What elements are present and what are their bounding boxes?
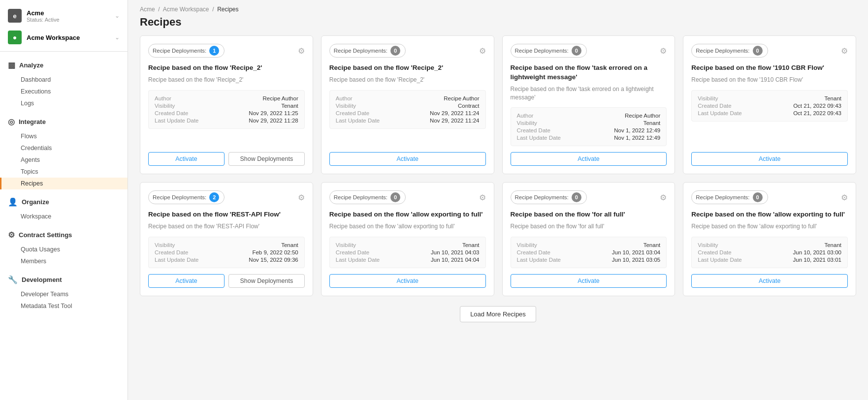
meta-label-author: Author: [336, 95, 353, 101]
card-meta: Author Recipe Author Visibility Tenant C…: [148, 90, 305, 129]
meta-value-created: Jun 10, 2021 03:04: [612, 249, 660, 255]
deployment-count: 0: [572, 46, 581, 56]
meta-label-author: Author: [517, 113, 534, 119]
sidebar-group-contract-title[interactable]: ⚙ Contract Settings: [0, 226, 128, 244]
sidebar-item-dashboard[interactable]: Dashboard: [0, 74, 128, 86]
meta-value-visibility: Tenant: [643, 120, 661, 126]
activate-button[interactable]: Activate: [691, 274, 848, 288]
gear-icon[interactable]: ⚙: [660, 46, 667, 56]
meta-value-updated: Nov 29, 2022 11:28: [249, 118, 298, 123]
deployment-badge: Recipe Deployments: 2: [148, 190, 225, 204]
card-title: Recipe based on the flow 'Recipe_2': [148, 63, 305, 73]
gear-icon[interactable]: ⚙: [841, 46, 848, 56]
sidebar-item-agents[interactable]: Agents: [0, 154, 128, 166]
activate-button[interactable]: Activate: [511, 152, 667, 166]
show-deployments-button[interactable]: Show Deployments: [228, 152, 305, 166]
meta-value-created: Feb 9, 2022 02:50: [252, 249, 298, 255]
workspace-info: ● Acme Workspace: [8, 31, 80, 44]
sidebar-item-workspace[interactable]: Workspace: [0, 211, 128, 222]
sidebar-item-developer-teams[interactable]: Developer Teams: [0, 288, 128, 300]
sidebar-item-flows[interactable]: Flows: [0, 130, 128, 142]
card-meta: Author Recipe Author Visibility Contract…: [329, 90, 486, 129]
meta-label-visibility: Visibility: [517, 120, 537, 126]
meta-label-author: Author: [155, 95, 171, 101]
recipe-card-1: Recipe Deployments: 0 ⚙ Recipe based on …: [321, 35, 494, 174]
card-actions: Activate: [511, 152, 667, 166]
recipe-deployments-label: Recipe Deployments:: [515, 48, 569, 54]
card-actions: Activate Show Deployments: [148, 274, 305, 288]
load-more-button[interactable]: Load More Recipes: [460, 306, 536, 322]
sidebar-group-development-title[interactable]: 🔧 Development: [0, 271, 128, 288]
gear-icon[interactable]: ⚙: [479, 46, 486, 56]
page-title: Recipes: [128, 13, 868, 35]
activate-button[interactable]: Activate: [691, 152, 848, 166]
meta-value-created: Nov 29, 2022 11:24: [430, 110, 479, 116]
meta-value-author: Recipe Author: [263, 95, 298, 101]
workspace-name: Acme Workspace: [27, 34, 80, 41]
card-header: Recipe Deployments: 2 ⚙: [148, 190, 305, 204]
integrate-icon: ◎: [8, 117, 15, 126]
card-title: Recipe based on the flow 'task errored o…: [511, 63, 667, 82]
org-status: Status: Active: [27, 17, 60, 23]
deployment-count: 1: [209, 46, 219, 56]
chevron-down-icon: ⌄: [115, 34, 120, 41]
recipe-card-2: Recipe Deployments: 0 ⚙ Recipe based on …: [502, 35, 675, 174]
gear-icon[interactable]: ⚙: [479, 193, 486, 202]
sidebar-group-integrate-title[interactable]: ◎ Integrate: [0, 113, 128, 130]
sidebar-top: e Acme Status: Active ⌄ ● Acme Workspace…: [0, 0, 128, 52]
recipe-card-7: Recipe Deployments: 0 ⚙ Recipe based on …: [683, 182, 856, 296]
gear-icon[interactable]: ⚙: [660, 193, 667, 202]
meta-value-visibility: Tenant: [824, 95, 841, 101]
card-actions: Activate: [511, 274, 667, 288]
breadcrumb-workspace[interactable]: Acme Workspace: [163, 6, 209, 13]
activate-button[interactable]: Activate: [148, 152, 225, 166]
gear-icon[interactable]: ⚙: [298, 193, 305, 202]
meta-value-created: Jun 10, 2021 04:03: [431, 249, 479, 255]
contract-icon: ⚙: [8, 230, 15, 240]
main-content: Acme / Acme Workspace / Recipes Recipes …: [128, 0, 868, 400]
activate-button[interactable]: Activate: [148, 274, 225, 288]
card-description: Recipe based on the flow 'allow exportin…: [691, 222, 848, 231]
sidebar-item-recipes[interactable]: Recipes: [0, 178, 128, 189]
sidebar-item-logs[interactable]: Logs: [0, 97, 128, 109]
sidebar-item-quota[interactable]: Quota Usages: [0, 244, 128, 255]
organize-label: Organize: [22, 198, 49, 206]
meta-label-visibility: Visibility: [155, 242, 175, 248]
sidebar-group-organize-title[interactable]: 👤 Organize: [0, 193, 128, 211]
workspace-selector[interactable]: ● Acme Workspace ⌄: [8, 27, 120, 46]
sidebar-item-members[interactable]: Members: [0, 255, 128, 267]
development-icon: 🔧: [8, 275, 18, 284]
meta-label-visibility: Visibility: [336, 103, 356, 109]
meta-value-visibility: Tenant: [281, 103, 298, 109]
activate-button[interactable]: Activate: [329, 152, 486, 166]
sidebar-group-contract: ⚙ Contract Settings Quota Usages Members: [0, 224, 128, 269]
meta-label-created: Created Date: [336, 110, 369, 116]
meta-value-updated: Oct 21, 2022 09:43: [793, 110, 841, 116]
recipe-deployments-label: Recipe Deployments:: [334, 48, 387, 54]
meta-value-visibility: Tenant: [824, 242, 841, 248]
card-actions: Activate: [691, 152, 848, 166]
show-deployments-button[interactable]: Show Deployments: [228, 274, 305, 288]
activate-button[interactable]: Activate: [329, 274, 486, 288]
org-selector[interactable]: e Acme Status: Active ⌄: [8, 5, 120, 27]
sidebar-item-credentials[interactable]: Credentials: [0, 142, 128, 154]
sidebar-group-analyze: ▩ Analyze Dashboard Executions Logs: [0, 55, 128, 111]
meta-value-visibility: Tenant: [643, 242, 661, 248]
meta-label-updated: Last Update Date: [155, 118, 199, 123]
gear-icon[interactable]: ⚙: [298, 46, 305, 56]
breadcrumb-acme[interactable]: Acme: [140, 6, 155, 13]
sidebar-item-executions[interactable]: Executions: [0, 86, 128, 97]
card-description: Recipe based on the flow 'REST-API Flow': [148, 222, 305, 231]
deployment-count: 0: [390, 46, 400, 56]
card-meta: Visibility Tenant Created Date Oct 21, 2…: [691, 90, 848, 122]
sidebar-item-metadata-test[interactable]: Metadata Test Tool: [0, 300, 128, 312]
sidebar-item-topics[interactable]: Topics: [0, 166, 128, 178]
sidebar-group-analyze-title[interactable]: ▩ Analyze: [0, 57, 128, 74]
activate-button[interactable]: Activate: [511, 274, 667, 288]
card-title: Recipe based on the flow 'allow exportin…: [329, 210, 486, 219]
card-header: Recipe Deployments: 0 ⚙: [691, 190, 848, 204]
card-header: Recipe Deployments: 0 ⚙: [691, 44, 848, 58]
meta-value-author: Recipe Author: [444, 95, 479, 101]
card-header: Recipe Deployments: 1 ⚙: [148, 44, 305, 58]
gear-icon[interactable]: ⚙: [841, 193, 848, 202]
